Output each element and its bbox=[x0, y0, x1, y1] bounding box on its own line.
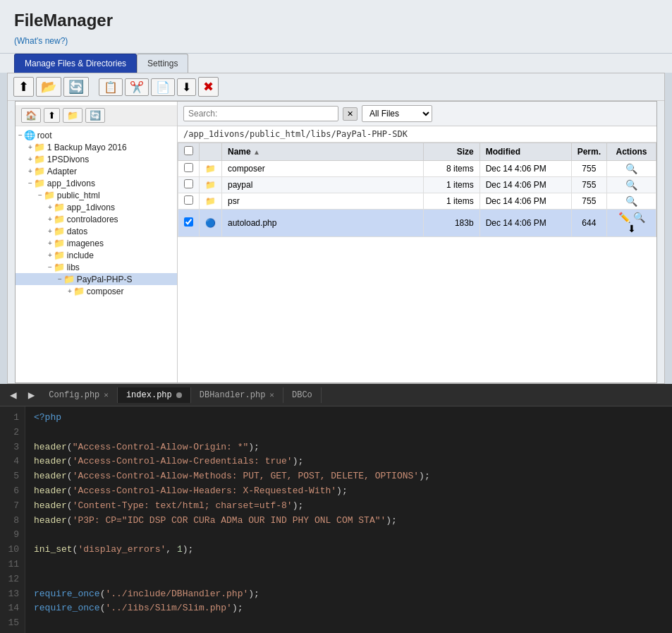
col-header-size[interactable]: Size bbox=[423, 143, 479, 161]
editor-nav-prev[interactable]: ◀ bbox=[4, 388, 23, 402]
toggle-app1divons-sub: + bbox=[48, 203, 52, 211]
tree-btn-up[interactable]: ⬆ bbox=[44, 108, 60, 123]
tree-item-publichtml[interactable]: − 📁 public_html bbox=[16, 189, 177, 201]
row-checkbox[interactable] bbox=[184, 179, 193, 188]
toolbar-copy-button[interactable]: 📋 bbox=[99, 78, 123, 96]
tree-item-1psdivons[interactable]: + 📁 1PSDivons bbox=[16, 153, 177, 165]
code-line: require_once('../include/DBHandler.php')… bbox=[34, 587, 664, 602]
editor-tab-dbhandler[interactable]: DBHandler.php ✕ bbox=[191, 387, 283, 403]
code-line bbox=[34, 528, 664, 543]
folder-icon-backup: 📁 bbox=[34, 142, 45, 152]
tree-btn-refresh[interactable]: 🔄 bbox=[85, 108, 105, 123]
tree-label-libs: libs bbox=[67, 263, 80, 272]
col-header-cb[interactable] bbox=[178, 143, 200, 161]
tree-item-backup[interactable]: + 📁 1 Backup Mayo 2016 bbox=[16, 141, 177, 153]
row-name[interactable]: composer bbox=[222, 161, 424, 177]
code-line: header('Access-Control-Allow-Headers: X-… bbox=[34, 484, 664, 499]
tree-item-datos[interactable]: + 📁 datos bbox=[16, 225, 177, 237]
action-download-btn[interactable]: ⬇ bbox=[626, 223, 637, 234]
action-view-btn[interactable]: 🔍 bbox=[624, 163, 639, 174]
folder-icon-root: 🌐 bbox=[24, 130, 35, 140]
row-modified: Dec 14 4:06 PM bbox=[479, 161, 571, 177]
toggle-publichtml: − bbox=[38, 191, 42, 199]
folder-icon-app1divons-sub: 📁 bbox=[54, 202, 65, 212]
tree-item-adapter[interactable]: + 📁 Adapter bbox=[16, 165, 177, 177]
row-checkbox[interactable] bbox=[184, 217, 193, 227]
folder-icon-paypal-sdk: 📁 bbox=[63, 274, 75, 284]
tree-item-root[interactable]: − 🌐 root bbox=[16, 129, 177, 141]
tree-item-libs[interactable]: − 📁 libs bbox=[16, 261, 177, 273]
row-cb[interactable] bbox=[178, 177, 200, 193]
sort-icon-name: ▲ bbox=[253, 148, 260, 156]
row-name[interactable]: psr bbox=[222, 193, 424, 210]
row-cb[interactable] bbox=[178, 193, 200, 210]
tree-item-app1divons[interactable]: − 📁 app_1divons bbox=[16, 177, 177, 189]
editor-tab-index[interactable]: index.php bbox=[118, 387, 191, 403]
row-cb[interactable] bbox=[178, 161, 200, 177]
editor-tab-dbco-label: DBCo bbox=[292, 390, 312, 400]
tab-settings[interactable]: Settings bbox=[137, 54, 188, 73]
toolbar-new-folder-button[interactable]: 📂 bbox=[36, 77, 61, 97]
search-row: ✕ All Files PHP Files Images bbox=[178, 102, 656, 126]
tree-item-composer-sub[interactable]: + 📁 composer bbox=[16, 285, 177, 297]
row-cb[interactable] bbox=[178, 210, 200, 237]
editor-nav-next[interactable]: ▶ bbox=[23, 388, 41, 402]
row-checkbox[interactable] bbox=[184, 195, 193, 205]
row-modified: Dec 14 4:06 PM bbox=[479, 210, 571, 237]
tree-item-include[interactable]: + 📁 include bbox=[16, 249, 177, 261]
row-size: 183b bbox=[423, 210, 479, 237]
code-line bbox=[34, 557, 664, 572]
line-number: 1 bbox=[6, 411, 19, 426]
toggle-backup: + bbox=[28, 143, 32, 151]
tree-item-paypal-sdk[interactable]: − 📁 PayPal-PHP-S bbox=[16, 273, 177, 285]
toolbar-cut-button[interactable]: ✂️ bbox=[125, 78, 149, 96]
editor-tab-config[interactable]: Config.php ✕ bbox=[40, 387, 118, 403]
toolbar-delete-button[interactable]: ✖ bbox=[198, 77, 219, 97]
folder-icon-datos: 📁 bbox=[54, 226, 65, 236]
code-line: <?php bbox=[34, 411, 664, 426]
tab-manage-files[interactable]: Manage Files & Directories bbox=[14, 54, 137, 73]
row-size: 1 items bbox=[423, 193, 479, 210]
select-all-checkbox[interactable] bbox=[184, 146, 193, 155]
whats-new-link[interactable]: (What's new?) bbox=[14, 36, 68, 46]
row-name[interactable]: autoload.php bbox=[222, 210, 424, 237]
col-header-name[interactable]: Name ▲ bbox=[222, 143, 424, 161]
row-name[interactable]: paypal bbox=[222, 177, 424, 193]
search-clear-button[interactable]: ✕ bbox=[343, 107, 358, 121]
action-view-btn[interactable]: 🔍 bbox=[632, 212, 647, 223]
col-header-perm[interactable]: Perm. bbox=[571, 143, 606, 161]
tree-label-root: root bbox=[37, 131, 52, 140]
action-view-btn[interactable]: 🔍 bbox=[624, 195, 639, 207]
editor-tab-dbhandler-label: DBHandler.php bbox=[200, 390, 266, 400]
toolbar-up-button[interactable]: ⬆ bbox=[13, 77, 34, 97]
toggle-libs: − bbox=[48, 263, 52, 271]
tree-item-controladores[interactable]: + 📁 controladores bbox=[16, 213, 177, 225]
search-input[interactable] bbox=[183, 106, 338, 121]
toolbar-paste-button[interactable]: 📄 bbox=[151, 78, 175, 96]
code-area[interactable]: <?php header("Access-Control-Allow-Origi… bbox=[25, 406, 672, 633]
toggle-datos: + bbox=[48, 227, 52, 235]
row-checkbox[interactable] bbox=[184, 163, 193, 172]
row-actions: 🔍 bbox=[607, 177, 656, 193]
filter-dropdown[interactable]: All Files PHP Files Images bbox=[362, 105, 432, 122]
row-icon: 📁 bbox=[200, 177, 222, 193]
toggle-include: + bbox=[48, 251, 52, 259]
editor-tab-config-close[interactable]: ✕ bbox=[104, 390, 109, 399]
toolbar-download-button[interactable]: ⬇ bbox=[177, 78, 196, 96]
toolbar-refresh-button[interactable]: 🔄 bbox=[63, 77, 89, 97]
editor-tab-dbco[interactable]: DBCo bbox=[283, 387, 322, 403]
editor-tab-config-label: Config.php bbox=[49, 390, 99, 400]
folder-icon-composer-sub: 📁 bbox=[73, 286, 85, 296]
line-number: 4 bbox=[6, 454, 19, 469]
action-view-btn[interactable]: 🔍 bbox=[624, 179, 639, 191]
line-number: 9 bbox=[6, 528, 19, 543]
tree-item-imagenes[interactable]: + 📁 imagenes bbox=[16, 237, 177, 249]
row-perm: 755 bbox=[571, 193, 606, 210]
tree-btn-home[interactable]: 🏠 bbox=[21, 108, 41, 123]
table-row: 📁 composer 8 items Dec 14 4:06 PM 755 🔍 bbox=[178, 161, 656, 177]
action-edit-btn[interactable]: ✏️ bbox=[617, 212, 632, 223]
tree-btn-folder[interactable]: 📁 bbox=[63, 108, 83, 123]
tree-item-app1divons-sub[interactable]: + 📁 app_1divons bbox=[16, 201, 177, 213]
editor-tab-dbhandler-close[interactable]: ✕ bbox=[269, 390, 274, 399]
col-header-modified[interactable]: Modified bbox=[479, 143, 571, 161]
